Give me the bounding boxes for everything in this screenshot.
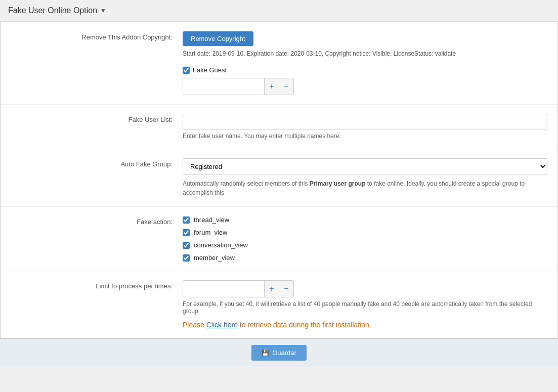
thread-view-checkbox[interactable] — [183, 216, 190, 224]
limit-stepper: 40 + − — [183, 280, 294, 297]
list-item: forum_view — [183, 229, 547, 236]
install-notice: Please Click here to retrieve data durin… — [183, 321, 547, 329]
conversation-view-label: conversation_view — [194, 241, 248, 249]
fake-user-list-input[interactable] — [183, 114, 547, 129]
copyright-controls: Remove Copyright Start date: 2019-09-10,… — [183, 31, 547, 95]
page-wrapper: Fake User Online Option ▼ Remove This Ad… — [0, 0, 558, 392]
install-notice-link[interactable]: Click here — [206, 321, 238, 329]
license-info: Start date: 2019-09-10, Expiration date:… — [183, 50, 547, 57]
forum-view-checkbox[interactable] — [183, 229, 190, 236]
copyright-section: Remove This Addon Copyright: Remove Copy… — [1, 22, 557, 105]
copyright-label: Remove This Addon Copyright: — [11, 31, 183, 95]
description-bold: Primary user group — [310, 180, 366, 187]
remove-copyright-button[interactable]: Remove Copyright — [183, 31, 253, 46]
limit-hint: For example, if you set 40, it will retr… — [183, 300, 547, 315]
list-item: member_view — [183, 254, 547, 262]
fake-user-list-hint: Enter fake user name. You may enter mult… — [183, 133, 547, 140]
fake-action-section: Fake action: thread_view forum_view conv… — [1, 207, 557, 271]
description-part1: Automatically randomly select members of… — [183, 180, 310, 187]
auto-fake-group-label: Auto Fake Group: — [11, 158, 183, 197]
fake-guest-input[interactable]: 150 — [183, 80, 264, 94]
limit-section: Limit to process per times: 40 + − For e… — [1, 271, 557, 338]
limit-input[interactable]: 40 — [183, 282, 264, 296]
fake-action-list: thread_view forum_view conversation_view… — [183, 216, 547, 262]
save-label: Guardar — [272, 349, 296, 357]
save-icon: 💾 — [262, 350, 269, 357]
fake-action-controls: thread_view forum_view conversation_view… — [183, 216, 547, 262]
fake-guest-checkbox[interactable] — [183, 67, 190, 74]
content-area: Remove This Addon Copyright: Remove Copy… — [0, 22, 558, 338]
fake-user-list-label: Fake User List: — [11, 114, 183, 140]
fake-user-list-controls: Enter fake user name. You may enter mult… — [183, 114, 547, 140]
list-item: thread_view — [183, 216, 547, 224]
conversation-view-checkbox[interactable] — [183, 242, 190, 249]
auto-fake-group-description: Automatically randomly select members of… — [183, 179, 547, 197]
dropdown-arrow-icon[interactable]: ▼ — [100, 7, 106, 14]
fake-guest-increment-button[interactable]: + — [264, 78, 279, 95]
install-notice-prefix: Please — [183, 321, 206, 329]
fake-guest-row: Fake Guest — [183, 66, 547, 74]
member-view-checkbox[interactable] — [183, 254, 190, 262]
auto-fake-group-select[interactable]: Registered Moderator Administrator — [183, 158, 547, 175]
fake-guest-decrement-button[interactable]: − — [279, 78, 293, 95]
fake-action-label: Fake action: — [11, 216, 183, 262]
limit-decrement-button[interactable]: − — [279, 281, 293, 297]
limit-label: Limit to process per times: — [11, 280, 183, 329]
member-view-label: member_view — [194, 254, 235, 262]
fake-guest-stepper: 150 + − — [183, 78, 294, 95]
limit-controls: 40 + − For example, if you set 40, it wi… — [183, 280, 547, 329]
install-notice-suffix: to retrieve data during the first instal… — [238, 321, 371, 329]
thread-view-label: thread_view — [194, 216, 229, 224]
save-button[interactable]: 💾 Guardar — [251, 345, 307, 361]
page-title: Fake User Online Option — [8, 6, 97, 15]
fake-user-list-section: Fake User List: Enter fake user name. Yo… — [1, 105, 557, 149]
footer-bar: 💾 Guardar — [0, 338, 558, 367]
page-header: Fake User Online Option ▼ — [0, 0, 558, 22]
auto-fake-group-controls: Registered Moderator Administrator Autom… — [183, 158, 547, 197]
limit-increment-button[interactable]: + — [264, 281, 279, 297]
list-item: conversation_view — [183, 241, 547, 249]
fake-guest-label: Fake Guest — [193, 66, 227, 74]
auto-fake-group-section: Auto Fake Group: Registered Moderator Ad… — [1, 149, 557, 207]
forum-view-label: forum_view — [194, 229, 227, 236]
